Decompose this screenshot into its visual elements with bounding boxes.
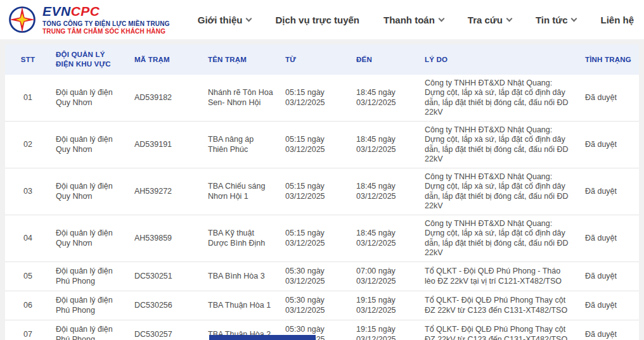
cell-station-name: TBA Thuận Hòa 1: [199, 297, 276, 314]
cell-stt: 05: [5, 268, 51, 285]
cell-status: Đã duyệt: [576, 89, 639, 106]
column-header: TÊN TRẠM: [199, 50, 276, 70]
table-row: 04 Đội quản lý điện Quy Nhơn AH539859 TB…: [5, 215, 639, 262]
nav-item[interactable]: Liên hệ: [600, 15, 634, 25]
chevron-down-icon: [571, 15, 577, 22]
column-header: ĐẾN: [347, 50, 416, 70]
cell-to: 18:45 ngày 03/12/2025: [347, 225, 416, 252]
logo-text: EVNCPC TỔNG CÔNG TY ĐIỆN LỰC MIỀN TRUNG …: [42, 3, 170, 35]
cell-team: Đội quản lý điện Quy Nhơn: [51, 225, 126, 252]
cell-station-code: AH539272: [126, 183, 199, 200]
nav-item-label: Liên hệ: [600, 15, 634, 25]
cell-stt: 04: [5, 230, 51, 247]
main-nav: Giới thiệu Dịch vụ trực tuyến Thanh toán…: [198, 15, 634, 25]
nav-item[interactable]: Thanh toán: [383, 15, 444, 25]
cell-team: Đội quản lý điện Phú Phong: [51, 321, 126, 340]
cell-status: Đã duyệt: [576, 268, 639, 285]
evncpc-logo[interactable]: EVNCPC TỔNG CÔNG TY ĐIỆN LỰC MIỀN TRUNG …: [8, 3, 170, 35]
cell-station-code: DC530251: [126, 268, 199, 285]
cell-reason: Công ty TNHH ĐT&XD Nhật Quang: Dựng cột,…: [416, 168, 576, 215]
cell-reason: Công ty TNHH ĐT&XD Nhật Quang: Dựng cột,…: [416, 122, 576, 168]
cell-status: Đã duyệt: [576, 230, 639, 247]
chevron-down-icon: [246, 15, 252, 22]
table-row: 07 Đội quản lý điện Phú Phong DC530257 T…: [5, 320, 639, 340]
nav-item[interactable]: Tin tức: [536, 15, 577, 25]
chevron-down-icon: [438, 15, 444, 22]
evn-star-icon: [8, 5, 37, 34]
cell-stt: 03: [5, 183, 51, 200]
cell-reason: Tổ QLKT- Đội QLĐ Phú Phong Thay cột ĐZ 2…: [416, 292, 576, 319]
column-header: MÃ TRẠM: [126, 50, 199, 70]
table-row: 03 Đội quản lý điện Quy Nhơn AH539272 TB…: [5, 168, 639, 215]
cell-team: Đội quản lý điện Quy Nhơn: [51, 84, 126, 111]
cell-reason: Công ty TNHH ĐT&XD Nhật Quang: Dựng cột,…: [416, 215, 576, 261]
cell-from: 05:15 ngày 03/12/2025: [276, 225, 347, 252]
cell-to: 19:15 ngày 03/12/2025: [347, 292, 416, 319]
table-row: 02 Đội quản lý điện Quy Nhơn AD539191 TB…: [5, 122, 639, 168]
nav-item-label: Giới thiệu: [198, 15, 243, 25]
cell-station-code: AD539182: [126, 89, 199, 106]
table-row: 06 Đội quản lý điện Phú Phong DC530256 T…: [5, 291, 639, 320]
cell-station-code: AH539859: [126, 230, 199, 247]
cell-to: 19:15 ngày 03/12/2025: [347, 321, 416, 340]
cell-team: Đội quản lý điện Quy Nhơn: [51, 178, 126, 205]
cell-station-name: Nhánh rẽ Tôn Hoa Sen- Nhơn Hội: [199, 84, 276, 111]
nav-item-label: Tra cứu: [468, 15, 503, 25]
top-bar: EVNCPC TỔNG CÔNG TY ĐIỆN LỰC MIỀN TRUNG …: [0, 0, 644, 39]
cell-station-code: DC530257: [126, 326, 199, 340]
column-header: TÌNH TRẠNG: [576, 50, 639, 70]
nav-item[interactable]: Giới thiệu: [198, 15, 252, 25]
table-row: 01 Đội quản lý điện Quy Nhơn AD539182 Nh…: [5, 75, 639, 122]
nav-item[interactable]: Dịch vụ trực tuyến: [275, 15, 359, 25]
brand-name: EVNCPC: [42, 3, 170, 20]
brand-company-line: TỔNG CÔNG TY ĐIỆN LỰC MIỀN TRUNG: [42, 20, 170, 28]
table-header-row: STT ĐỘI QUẢN LÝ ĐIỆN KHU VỰC MÃ TRẠM TÊN…: [5, 44, 639, 75]
nav-item[interactable]: Tra cứu: [468, 15, 512, 25]
cell-reason: Tổ QLKT- Đội QLĐ Phú Phong Thay cột ĐZ 2…: [416, 321, 576, 340]
cell-from: 05:30 ngày 03/12/2025: [276, 263, 347, 290]
footer-partial-element: [209, 335, 316, 340]
cell-reason: Tổ QLKT - Đội QLĐ Phú Phong - Tháo lèo Đ…: [416, 263, 576, 290]
column-header: STT: [5, 50, 51, 70]
cell-stt: 02: [5, 136, 51, 153]
table-row: 05 Đội quản lý điện Phú Phong DC530251 T…: [5, 262, 639, 291]
brand-center-line: TRUNG TÂM CHĂM SÓC KHÁCH HÀNG: [42, 28, 170, 36]
cell-status: Đã duyệt: [576, 136, 639, 153]
cell-to: 18:45 ngày 03/12/2025: [347, 131, 416, 158]
cell-from: 05:15 ngày 03/12/2025: [276, 178, 347, 205]
table-body: 01 Đội quản lý điện Quy Nhơn AD539182 Nh…: [5, 75, 639, 340]
cell-reason: Công ty TNHH ĐT&XD Nhật Quang: Dựng cột,…: [416, 75, 576, 121]
column-header: ĐỘI QUẢN LÝ ĐIỆN KHU VỰC: [51, 45, 126, 74]
cell-station-name: TBA Bình Hòa 3: [199, 268, 276, 285]
cell-station-code: DC530256: [126, 297, 199, 314]
cell-from: 05:30 ngày 03/12/2025: [276, 292, 347, 319]
outage-table: STT ĐỘI QUẢN LÝ ĐIỆN KHU VỰC MÃ TRẠM TÊN…: [5, 44, 639, 340]
cell-station-code: AD539191: [126, 136, 199, 153]
cell-to: 18:45 ngày 03/12/2025: [347, 178, 416, 205]
cell-stt: 07: [5, 326, 51, 340]
cell-from: 05:15 ngày 03/12/2025: [276, 131, 347, 158]
column-header: TỪ: [276, 50, 347, 70]
cell-team: Đội quản lý điện Quy Nhơn: [51, 131, 126, 158]
cell-stt: 06: [5, 297, 51, 314]
cell-to: 07:00 ngày 03/12/2025: [347, 263, 416, 290]
chevron-down-icon: [506, 15, 512, 22]
cell-from: 05:15 ngày 03/12/2025: [276, 84, 347, 111]
nav-item-label: Dịch vụ trực tuyến: [275, 15, 359, 25]
cell-stt: 01: [5, 89, 51, 106]
cell-status: Đã duyệt: [576, 326, 639, 340]
cell-status: Đã duyệt: [576, 297, 639, 314]
cell-team: Đội quản lý điện Phú Phong: [51, 292, 126, 319]
cell-station-name: TBA nâng áp Thiên Phúc: [199, 131, 276, 158]
cell-to: 18:45 ngày 03/12/2025: [347, 84, 416, 111]
cell-team: Đội quản lý điện Phú Phong: [51, 263, 126, 290]
column-header: LÝ DO: [416, 50, 576, 70]
cell-station-name: TBA Chiếu sáng Nhơn Hội 1: [199, 178, 276, 205]
cell-station-name: TBA Kỹ thuật Dược Bình Định: [199, 225, 276, 252]
nav-item-label: Tin tức: [536, 15, 568, 25]
cell-status: Đã duyệt: [576, 183, 639, 200]
nav-item-label: Thanh toán: [383, 15, 435, 25]
